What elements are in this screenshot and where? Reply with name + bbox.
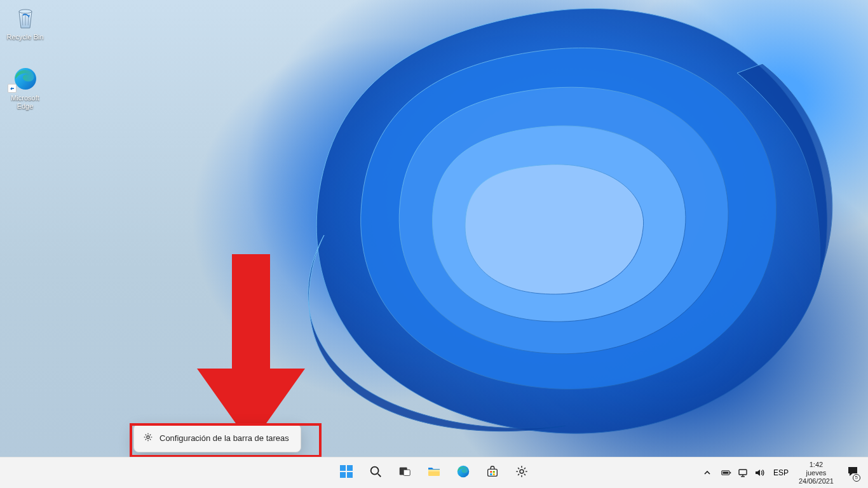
svg-point-8 [371,467,379,475]
svg-rect-24 [739,470,747,475]
clock-day: jueves [799,469,834,477]
store-icon [485,464,499,481]
svg-rect-11 [403,470,410,475]
windows-logo-icon [339,464,354,482]
svg-point-3 [147,436,149,438]
desktop-icon-label: Recycle Bin [6,33,43,41]
svg-rect-17 [493,471,495,473]
start-button[interactable] [334,460,359,485]
svg-rect-6 [340,472,346,478]
shortcut-overlay-icon [8,84,17,93]
gear-icon [515,464,529,481]
volume-icon [754,468,764,478]
svg-rect-5 [347,465,353,471]
file-explorer-icon [426,464,442,482]
desktop-icon-recycle-bin[interactable]: Recycle Bin [1,1,49,52]
svg-line-9 [378,474,381,477]
system-tray: ESP 1:42 jueves 24/06/2021 5 [698,458,865,488]
edge-icon [456,464,471,482]
svg-point-20 [520,470,524,473]
store-button[interactable] [480,460,505,485]
task-view-button[interactable] [392,460,417,485]
chevron-up-icon [702,468,712,478]
svg-point-0 [19,10,32,13]
tray-quick-settings[interactable] [717,460,768,485]
taskbar-center-group [334,458,534,488]
battery-icon [721,468,731,478]
taskbar: ESP 1:42 jueves 24/06/2021 5 [0,457,868,488]
notifications-badge: 5 [853,474,860,482]
svg-rect-19 [493,473,495,475]
tray-overflow-button[interactable] [698,460,716,485]
svg-rect-4 [340,465,346,471]
svg-rect-15 [488,469,498,476]
svg-rect-16 [490,471,492,473]
search-button[interactable] [363,460,388,485]
desktop-icons: Recycle Bin [1,1,49,123]
recycle-bin-icon [11,4,39,32]
notifications-icon: 5 [846,465,859,480]
svg-rect-7 [347,472,353,478]
taskbar-context-menu: Configuración de la barra de tareas [133,424,301,452]
gear-icon [143,432,153,444]
menu-item-taskbar-settings[interactable]: Configuración de la barra de tareas [137,427,298,449]
task-view-icon [398,464,412,481]
clock-time: 1:42 [799,461,834,469]
menu-item-label: Configuración de la barra de tareas [159,433,289,443]
svg-rect-13 [428,470,440,471]
search-icon [369,464,383,481]
file-explorer-button[interactable] [421,460,447,485]
taskbar-clock[interactable]: 1:42 jueves 24/06/2021 [794,461,839,485]
svg-rect-23 [722,471,728,473]
notifications-button[interactable]: 5 [840,460,865,485]
desktop-icon-label: Microsoft Edge [11,94,39,111]
desktop-icon-edge[interactable]: Microsoft Edge [1,62,49,113]
edge-button[interactable] [451,460,476,485]
svg-rect-22 [730,472,731,473]
network-icon [738,468,748,478]
settings-button[interactable] [509,460,534,485]
desktop-wallpaper [0,0,868,488]
language-indicator[interactable]: ESP [770,468,792,477]
svg-rect-18 [490,473,492,475]
clock-date: 24/06/2021 [799,477,834,485]
